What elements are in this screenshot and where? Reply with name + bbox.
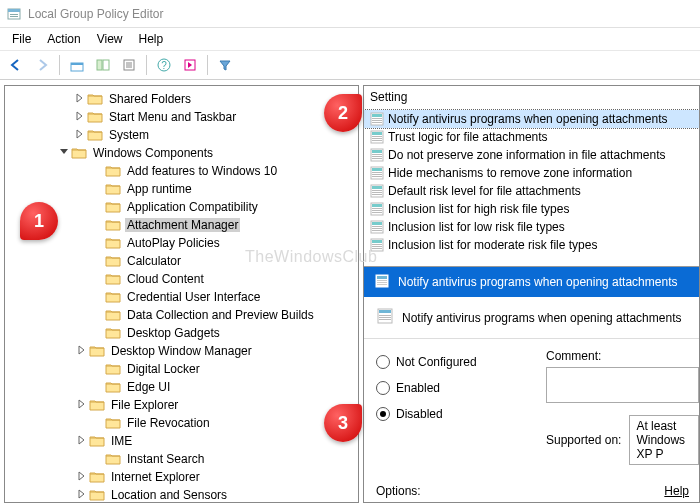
tree-item[interactable]: File Revocation [5, 414, 358, 432]
tree-item-label: Data Collection and Preview Builds [125, 308, 316, 322]
expand-icon[interactable] [75, 344, 89, 358]
tree-item[interactable]: Desktop Gadgets [5, 324, 358, 342]
tree-item[interactable]: System [5, 126, 358, 144]
tree-item[interactable]: Instant Search [5, 450, 358, 468]
help-link[interactable]: Help [664, 484, 689, 498]
up-button[interactable] [65, 53, 89, 77]
tree-item[interactable]: Calculator [5, 252, 358, 270]
tree-item[interactable]: Application Compatibility [5, 198, 358, 216]
expand-icon[interactable] [73, 110, 87, 124]
toolbar-separator [59, 55, 60, 75]
setting-item[interactable]: Hide mechanisms to remove zone informati… [364, 164, 699, 182]
folder-icon [105, 218, 121, 232]
tree-item[interactable]: Credential User Interface [5, 288, 358, 306]
svg-rect-2 [10, 14, 18, 15]
tree-item-label: Edge UI [125, 380, 172, 394]
tree-item[interactable]: Edge UI [5, 378, 358, 396]
setting-label: Inclusion list for high risk file types [388, 202, 569, 216]
svg-rect-45 [372, 228, 382, 229]
tree-item[interactable]: Add features to Windows 10 [5, 162, 358, 180]
expand-icon[interactable] [75, 434, 89, 448]
forward-button[interactable] [30, 53, 54, 77]
menu-help[interactable]: Help [131, 30, 172, 48]
expand-icon[interactable] [73, 128, 87, 142]
tree-item[interactable]: Location and Sensors [5, 486, 358, 503]
folder-icon [89, 434, 105, 448]
setting-item[interactable]: Inclusion list for low risk file types [364, 218, 699, 236]
show-tree-button[interactable] [91, 53, 115, 77]
dialog-heading: Notify antivirus programs when opening a… [402, 311, 681, 325]
folder-icon [105, 380, 121, 394]
settings-column-header[interactable]: Setting [364, 86, 699, 110]
filter-button[interactable] [213, 53, 237, 77]
tree-item[interactable]: Desktop Window Manager [5, 342, 358, 360]
tree-item-label: Add features to Windows 10 [125, 164, 279, 178]
radio-enabled[interactable]: Enabled [376, 375, 546, 401]
svg-rect-35 [372, 192, 382, 193]
radio-group: Not Configured Enabled Disabled [376, 349, 546, 465]
svg-rect-60 [379, 317, 391, 318]
policy-tree: Shared FoldersStart Menu and TaskbarSyst… [5, 90, 358, 503]
collapse-icon[interactable] [57, 146, 71, 160]
expand-icon[interactable] [73, 92, 87, 106]
svg-rect-25 [372, 156, 382, 157]
setting-item[interactable]: Inclusion list for moderate risk file ty… [364, 236, 699, 254]
tree-item[interactable]: Cloud Content [5, 270, 358, 288]
setting-item[interactable]: Do not preserve zone information in file… [364, 146, 699, 164]
tree-item[interactable]: Internet Explorer [5, 468, 358, 486]
svg-rect-48 [372, 240, 382, 243]
folder-icon [105, 452, 121, 466]
tree-item[interactable]: File Explorer [5, 396, 358, 414]
tree-item[interactable]: Start Menu and Taskbar [5, 108, 358, 126]
setting-item[interactable]: Inclusion list for high risk file types [364, 200, 699, 218]
radio-disabled[interactable]: Disabled [376, 401, 546, 427]
expand-icon[interactable] [75, 488, 89, 502]
menu-bar: File Action View Help [0, 28, 700, 50]
folder-icon [105, 236, 121, 250]
setting-label: Default risk level for file attachments [388, 184, 581, 198]
tree-item-label: Calculator [125, 254, 183, 268]
setting-item[interactable]: Trust logic for file attachments [364, 128, 699, 146]
menu-view[interactable]: View [89, 30, 131, 48]
svg-rect-23 [372, 150, 382, 153]
help-button[interactable]: ? [152, 53, 176, 77]
expand-icon[interactable] [75, 398, 89, 412]
tree-item[interactable]: Data Collection and Preview Builds [5, 306, 358, 324]
back-button[interactable] [4, 53, 28, 77]
setting-item[interactable]: Default risk level for file attachments [364, 182, 699, 200]
settings-pane[interactable]: Setting Notify antivirus programs when o… [363, 85, 700, 503]
svg-rect-61 [379, 319, 391, 320]
dialog-titlebar[interactable]: Notify antivirus programs when opening a… [364, 267, 699, 297]
tree-item-label: Location and Sensors [109, 488, 229, 502]
title-bar: Local Group Policy Editor [0, 0, 700, 28]
tree-item[interactable]: IME [5, 432, 358, 450]
app-icon [6, 6, 22, 22]
policy-icon [370, 202, 384, 216]
setting-label: Trust logic for file attachments [388, 130, 548, 144]
refresh-button[interactable] [178, 53, 202, 77]
folder-icon [105, 200, 121, 214]
tree-item[interactable]: App runtime [5, 180, 358, 198]
svg-rect-38 [372, 204, 382, 207]
tree-item[interactable]: AutoPlay Policies [5, 234, 358, 252]
expand-icon[interactable] [75, 470, 89, 484]
tree-item[interactable]: Windows Components [5, 144, 358, 162]
menu-file[interactable]: File [4, 30, 39, 48]
export-button[interactable] [117, 53, 141, 77]
tree-pane[interactable]: Shared FoldersStart Menu and TaskbarSyst… [4, 85, 359, 503]
comment-label: Comment: [546, 349, 699, 363]
tree-item-label: Windows Components [91, 146, 215, 160]
dialog-right-column: Comment: Supported on: At least Windows … [546, 349, 699, 465]
setting-item[interactable]: Notify antivirus programs when opening a… [364, 110, 699, 128]
dialog-body: Not Configured Enabled Disabled Comment: [364, 339, 699, 465]
svg-rect-46 [372, 230, 382, 231]
dialog-heading-icon [376, 307, 394, 328]
callout-1: 1 [20, 202, 58, 240]
tree-item[interactable]: Shared Folders [5, 90, 358, 108]
svg-rect-13 [372, 114, 382, 117]
comment-field[interactable] [546, 367, 699, 403]
policy-icon [370, 130, 384, 144]
radio-not-configured[interactable]: Not Configured [376, 349, 546, 375]
menu-action[interactable]: Action [39, 30, 88, 48]
tree-item[interactable]: Digital Locker [5, 360, 358, 378]
